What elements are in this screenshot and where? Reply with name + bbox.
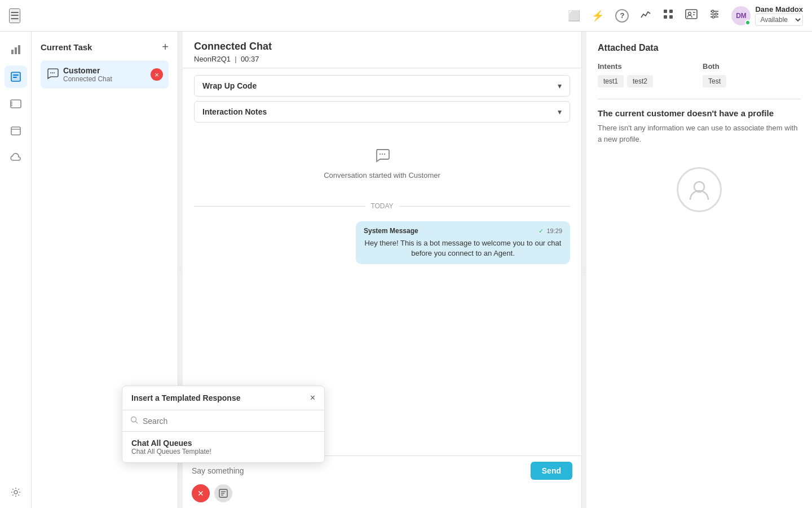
contact-card-icon[interactable]	[685, 8, 698, 23]
no-profile-title: The current customer doesn't have a prof…	[598, 108, 801, 118]
sidebar-item-tasks[interactable]	[5, 65, 27, 88]
status-select[interactable]: Available Busy Away Offline	[755, 14, 803, 26]
template-item-chat-all-queues[interactable]: Chat All Queues Chat All Queues Template…	[122, 432, 324, 462]
avatar[interactable]: DM	[731, 6, 751, 25]
close-task-button[interactable]: ×	[151, 68, 163, 81]
send-button[interactable]: Send	[531, 462, 572, 480]
drag-handle-right[interactable]: ⋮	[582, 32, 586, 508]
sidebar-item-window[interactable]	[5, 120, 27, 142]
both-column: Both Test	[703, 62, 801, 87]
end-chat-button[interactable]: ✕	[192, 484, 210, 502]
svg-rect-3	[669, 15, 673, 19]
add-task-button[interactable]: +	[162, 41, 169, 54]
interaction-notes-label: Interaction Notes	[202, 107, 267, 116]
session-id: NeonR2Q1	[194, 55, 231, 63]
status-dot	[745, 20, 751, 25]
modal-search	[122, 410, 324, 432]
svg-rect-16	[18, 45, 20, 54]
intents-tags: test1 test2	[598, 75, 696, 87]
svg-rect-2	[664, 15, 667, 19]
chat-title: Connected Chat	[194, 41, 570, 52]
lightning-icon[interactable]: ⚡	[592, 10, 604, 22]
conversation-started-text: Conversation started with Customer	[324, 171, 440, 179]
attached-data-grid: Intents test1 test2 Both Test	[598, 62, 801, 87]
chat-bubble-icon	[46, 67, 59, 82]
profile-placeholder-icon	[677, 167, 722, 212]
hamburger-menu-button[interactable]: ☰	[9, 8, 20, 23]
screen-icon[interactable]: ⬜	[568, 10, 580, 22]
intent-tag-test2: test2	[627, 75, 653, 87]
attached-data-title: Attached Data	[598, 43, 801, 53]
svg-point-13	[712, 16, 714, 18]
no-profile-text: There isn't any information we can use t…	[598, 122, 801, 144]
task-item-customer[interactable]: Customer Connected Chat ×	[41, 60, 169, 89]
template-modal: Insert a Templated Response × Chat All Q…	[122, 386, 325, 463]
svg-rect-20	[13, 77, 17, 78]
profile-placeholder-container	[598, 167, 801, 212]
svg-point-29	[52, 72, 53, 73]
both-label: Both	[703, 62, 801, 71]
message-time: ✓ 19:29	[539, 227, 562, 235]
chevron-down-icon-2: ▾	[558, 107, 562, 116]
template-search-input[interactable]	[143, 417, 316, 426]
divider	[598, 99, 801, 99]
svg-rect-25	[11, 127, 20, 135]
top-navigation: ☰ ⬜ ⚡ ? DM Dane Maddox Available B	[0, 0, 812, 32]
grid-icon[interactable]	[663, 8, 674, 23]
intents-column: Intents test1 test2	[598, 62, 696, 87]
interaction-notes-dropdown[interactable]: Interaction Notes ▾	[194, 101, 570, 122]
chart-icon[interactable]	[640, 8, 651, 23]
svg-rect-1	[669, 10, 673, 13]
svg-rect-0	[664, 10, 667, 13]
both-tags: Test	[703, 75, 801, 87]
task-item-sub: Connected Chat	[63, 75, 112, 83]
chat-input-area: Send ✕	[183, 456, 581, 508]
svg-rect-19	[13, 75, 19, 76]
svg-point-5	[689, 12, 691, 15]
chat-timer: 00:37	[241, 55, 259, 63]
svg-point-30	[54, 72, 55, 73]
task-panel-title: Current Task	[41, 42, 92, 52]
conversation-started: Conversation started with Customer	[194, 136, 570, 191]
svg-point-27	[14, 491, 17, 494]
sliders-icon[interactable]	[709, 8, 720, 23]
system-message-bubble: System Message ✓ 19:29 Hey there! This i…	[356, 221, 570, 264]
intents-label: Intents	[598, 62, 696, 71]
svg-rect-14	[11, 50, 14, 54]
template-button[interactable]	[214, 484, 232, 502]
template-name: Chat All Queues	[131, 439, 315, 448]
help-icon[interactable]: ?	[615, 9, 629, 23]
intent-tag-test1: test1	[598, 75, 624, 87]
sidebar	[0, 32, 32, 508]
search-icon	[130, 416, 138, 426]
both-tag-test: Test	[703, 75, 726, 87]
today-label: TODAY	[194, 202, 570, 210]
svg-point-12	[715, 13, 717, 15]
sidebar-item-cloud[interactable]	[5, 147, 27, 169]
chat-header: Connected Chat NeonR2Q1 | 00:37	[183, 32, 581, 68]
svg-point-39	[131, 417, 136, 422]
modal-title: Insert a Templated Response	[131, 393, 240, 402]
right-panel: Attached Data Intents test1 test2 Both T…	[586, 32, 812, 508]
message-text: Hey there! This is a bot message to welc…	[364, 238, 562, 259]
wrap-up-code-dropdown[interactable]: Wrap Up Code ▾	[194, 75, 570, 97]
svg-rect-15	[15, 47, 17, 54]
chevron-down-icon: ▾	[558, 81, 562, 90]
sidebar-item-settings[interactable]	[5, 481, 27, 503]
modal-close-button[interactable]: ×	[310, 393, 315, 403]
sidebar-item-contacts[interactable]	[5, 93, 27, 115]
svg-line-40	[136, 422, 138, 424]
svg-point-32	[381, 154, 382, 155]
sidebar-item-analytics[interactable]	[5, 38, 27, 61]
svg-point-28	[50, 72, 51, 73]
template-desc: Chat All Queues Template!	[131, 448, 315, 456]
wrap-up-section: Wrap Up Code ▾ Interaction Notes ▾	[183, 68, 581, 127]
message-sender: System Message	[364, 227, 418, 235]
conversation-icon	[374, 147, 390, 167]
svg-point-11	[712, 10, 714, 12]
user-name: Dane Maddox	[755, 5, 803, 14]
chat-input[interactable]	[192, 466, 525, 475]
chat-meta: NeonR2Q1 | 00:37	[194, 55, 570, 63]
wrap-up-label: Wrap Up Code	[202, 81, 257, 90]
modal-header: Insert a Templated Response ×	[122, 386, 324, 410]
